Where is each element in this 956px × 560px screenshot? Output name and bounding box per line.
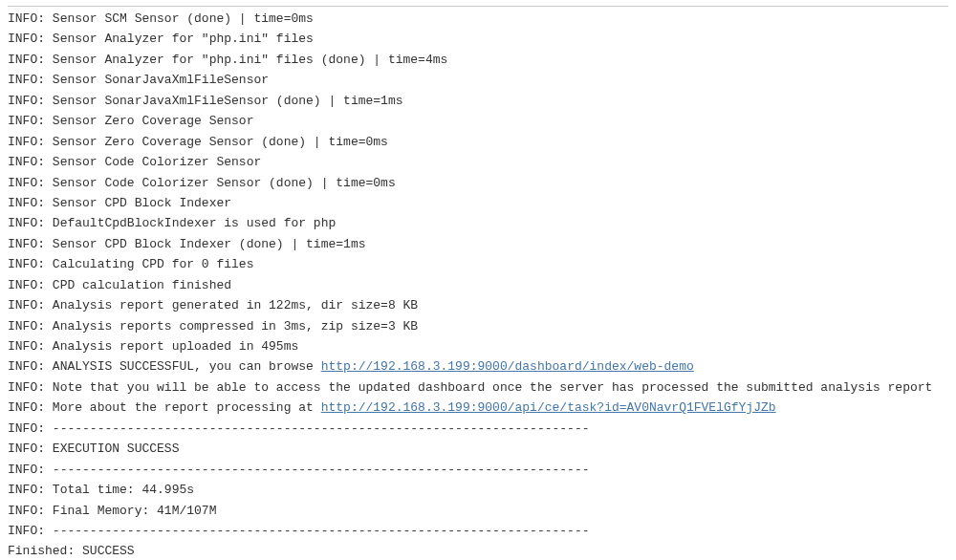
log-message: Note that you will be able to access the… [53,380,933,395]
log-message: Sensor SonarJavaXmlFileSensor (done) | t… [53,94,403,108]
log-line: INFO: Final Memory: 41M/107M [8,501,948,521]
log-prefix: INFO: [8,442,45,456]
log-prefix: INFO: [8,216,45,230]
log-line: INFO: ----------------------------------… [8,419,948,439]
log-message: Sensor Code Colorizer Sensor (done) | ti… [53,176,396,190]
log-message: ANALYSIS SUCCESSFUL, you can browse [53,359,321,374]
log-message: Sensor Analyzer for "php.ini" files (don… [53,53,447,67]
log-prefix: INFO: [8,483,45,497]
log-line: INFO: DefaultCpdBlockIndexer is used for… [8,213,948,233]
log-line: INFO: Sensor Analyzer for "php.ini" file… [8,50,948,70]
log-line: INFO: Sensor Code Colorizer Sensor [8,152,948,172]
log-line: INFO: Sensor CPD Block Indexer (done) | … [8,234,948,254]
log-line: INFO: ANALYSIS SUCCESSFUL, you can brows… [8,356,948,377]
log-line: Finished: SUCCESS [8,541,948,560]
log-line: INFO: ----------------------------------… [8,521,948,541]
log-line: INFO: Total time: 44.995s [8,480,948,500]
log-line: INFO: Note that you will be able to acce… [8,377,948,398]
log-prefix: INFO: [8,278,45,292]
log-message: ----------------------------------------… [53,524,590,538]
log-message: Analysis report uploaded in 495ms [53,339,298,354]
log-line: INFO: Sensor CPD Block Indexer [8,193,948,213]
log-line: INFO: Analysis reports compressed in 3ms… [8,316,948,336]
log-prefix: INFO: [8,504,45,518]
log-line: INFO: Analysis report uploaded in 495ms [8,336,948,356]
log-prefix: INFO: [8,319,45,334]
log-message: More about the report processing at [53,400,321,415]
log-line: INFO: Sensor Analyzer for "php.ini" file… [8,29,948,49]
log-prefix: INFO: [8,421,45,436]
console-output: INFO: Sensor SCM Sensor (done) | time=0m… [8,9,948,560]
log-prefix: INFO: [8,339,45,354]
log-url-link[interactable]: http://192.168.3.199:9000/api/ce/task?id… [321,400,776,415]
log-prefix: INFO: [8,257,45,271]
log-message: Sensor SonarJavaXmlFileSensor [53,73,269,87]
log-message: Sensor CPD Block Indexer [53,196,231,210]
log-line: INFO: Sensor SCM Sensor (done) | time=0m… [8,9,948,29]
log-message: Calculating CPD for 0 files [53,257,254,271]
log-line: INFO: EXECUTION SUCCESS [8,439,948,459]
log-prefix: Finished: [8,544,75,558]
log-message: Sensor Analyzer for "php.ini" files [53,32,314,46]
log-prefix: INFO: [8,359,45,374]
log-prefix: INFO: [8,11,45,26]
log-prefix: INFO: [8,463,45,477]
log-message: Analysis reports compressed in 3ms, zip … [53,319,418,334]
log-message: SUCCESS [82,544,135,558]
log-line: INFO: CPD calculation finished [8,275,948,295]
log-message: ----------------------------------------… [53,463,590,477]
log-prefix: INFO: [8,135,45,149]
log-prefix: INFO: [8,53,45,67]
log-message: Sensor Zero Coverage Sensor [53,114,254,128]
log-message: Total time: 44.995s [53,483,194,497]
log-message: ----------------------------------------… [53,421,590,436]
log-prefix: INFO: [8,237,45,251]
log-prefix: INFO: [8,380,45,395]
log-message: Sensor Zero Coverage Sensor (done) | tim… [53,135,388,149]
log-line: INFO: Analysis report generated in 122ms… [8,295,948,315]
log-line: INFO: ----------------------------------… [8,460,948,480]
log-message: Sensor SCM Sensor (done) | time=0ms [53,11,314,26]
log-prefix: INFO: [8,155,45,169]
log-prefix: INFO: [8,298,45,312]
log-url-link[interactable]: http://192.168.3.199:9000/dashboard/inde… [321,359,694,374]
log-line: INFO: Sensor SonarJavaXmlFileSensor [8,70,948,90]
log-line: INFO: Sensor Code Colorizer Sensor (done… [8,173,948,193]
log-line: INFO: Sensor Zero Coverage Sensor [8,111,948,131]
log-prefix: INFO: [8,32,45,46]
log-prefix: INFO: [8,114,45,128]
log-message: Final Memory: 41M/107M [53,504,217,518]
log-message: CPD calculation finished [53,278,231,292]
log-message: Sensor Code Colorizer Sensor [53,155,261,169]
log-prefix: INFO: [8,196,45,210]
log-message: EXECUTION SUCCESS [53,442,180,456]
log-prefix: INFO: [8,73,45,87]
log-prefix: INFO: [8,94,45,108]
log-line: INFO: More about the report processing a… [8,398,948,418]
log-message: Sensor CPD Block Indexer (done) | time=1… [53,237,366,251]
log-prefix: INFO: [8,400,45,415]
log-message: Analysis report generated in 122ms, dir … [53,298,418,312]
log-line: INFO: Sensor Zero Coverage Sensor (done)… [8,132,948,152]
log-prefix: INFO: [8,524,45,538]
log-message: DefaultCpdBlockIndexer is used for php [53,216,336,230]
log-line: INFO: Sensor SonarJavaXmlFileSensor (don… [8,91,948,111]
log-prefix: INFO: [8,176,45,190]
log-line: INFO: Calculating CPD for 0 files [8,254,948,274]
